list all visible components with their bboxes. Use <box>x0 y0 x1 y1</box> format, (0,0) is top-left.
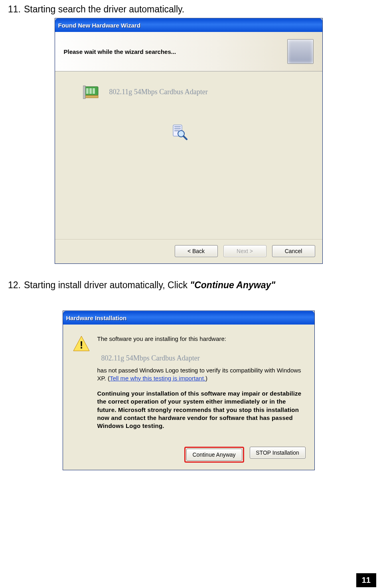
svg-text:!: ! <box>79 339 83 351</box>
dialog1-device-name: 802.11g 54Mbps Cardbus Adapter <box>109 88 208 96</box>
svg-rect-1 <box>86 88 89 94</box>
dialog1-titlebar: Found New Hardware Wizard <box>55 18 322 32</box>
hardware-banner-icon <box>287 39 314 64</box>
dialog1-title: Found New Hardware Wizard <box>58 22 320 29</box>
dialog1-header: Please wait while the wizard searches... <box>55 32 322 71</box>
back-button[interactable]: < Back <box>175 245 218 257</box>
svg-rect-7 <box>174 126 181 127</box>
dialog1-heading: Please wait while the wizard searches... <box>64 48 176 55</box>
logo-testing-link[interactable]: Tell me why this testing is important. <box>110 375 205 382</box>
dialog2-text-block: The software you are installing for this… <box>97 335 303 437</box>
step-11-number: 11. <box>8 4 24 15</box>
hardware-installation-dialog: Hardware Installation ! The software you… <box>63 311 315 470</box>
dialog2-button-row: Continue Anyway STOP Installation <box>63 443 314 470</box>
page-number: 11 <box>356 573 376 587</box>
dialog2-p2b: ) <box>205 375 207 382</box>
dialog2-p3: Continuing your installation of this sof… <box>97 390 303 430</box>
step-12-text: 12.Starting install driver automatically… <box>8 280 369 291</box>
svg-rect-9 <box>174 130 179 131</box>
svg-rect-3 <box>93 88 95 94</box>
dialog2-device-name: 802.11g 54Mbps Cardbus Adapter <box>97 350 303 366</box>
cancel-button[interactable]: Cancel <box>272 245 315 257</box>
svg-rect-2 <box>89 88 92 94</box>
pci-card-icon <box>83 83 102 100</box>
found-new-hardware-dialog: Found New Hardware Wizard Please wait wh… <box>55 18 323 264</box>
stop-installation-button[interactable]: STOP Installation <box>250 447 306 459</box>
dialog2-p2: has not passed Windows Logo testing to v… <box>97 366 303 383</box>
step-12-emph: "Continue Anyway" <box>190 280 275 290</box>
step-12-pre: Starting install driver automatically, C… <box>24 280 190 290</box>
step-11-body: Starting search the driver automatically… <box>24 4 184 14</box>
dialog2-title: Hardware Installation <box>66 315 312 321</box>
continue-anyway-button[interactable]: Continue Anyway <box>186 449 242 461</box>
svg-rect-5 <box>83 86 85 99</box>
step-12-number: 12. <box>8 280 24 291</box>
dialog1-content: 802.11g 54Mbps Cardbus Adapter <box>55 71 322 239</box>
svg-line-11 <box>184 136 187 139</box>
step-11-text: 11.Starting search the driver automatica… <box>8 4 369 15</box>
continue-button-highlight: Continue Anyway <box>184 447 244 463</box>
magnifier-search-icon <box>171 123 188 140</box>
svg-rect-4 <box>85 95 98 98</box>
dialog2-p1: The software you are installing for this… <box>97 335 303 343</box>
next-button: Next > <box>223 245 266 257</box>
warning-icon: ! <box>73 335 90 352</box>
dialog1-button-row: < Back Next > Cancel <box>55 239 322 263</box>
svg-rect-8 <box>174 128 181 129</box>
dialog2-titlebar: Hardware Installation <box>63 311 314 325</box>
